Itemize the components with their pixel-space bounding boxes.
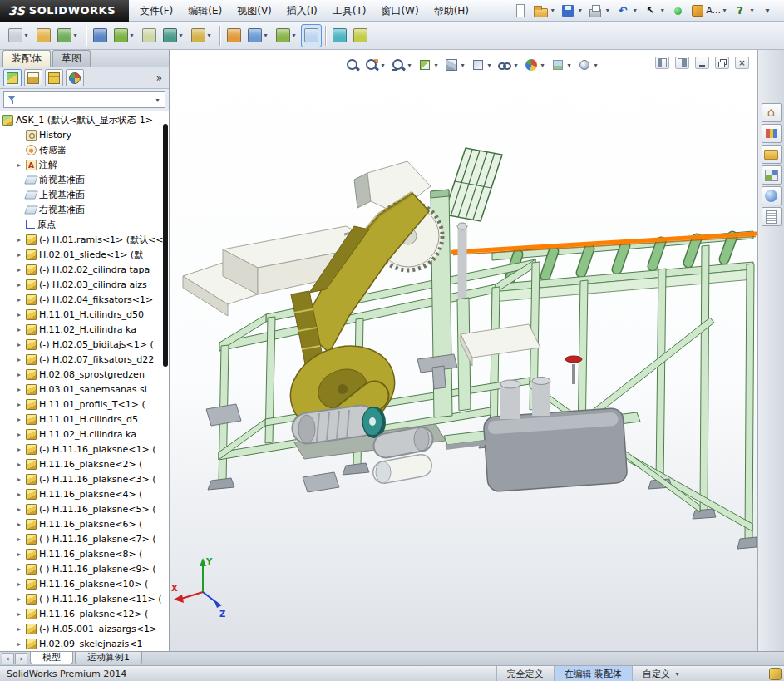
expand-arrow-icon[interactable] (15, 236, 23, 244)
tree-filter[interactable] (3, 91, 165, 108)
tree-item[interactable]: (-) H.11.16_plaksne<9> ( (0, 561, 169, 576)
menu-item[interactable]: 插入(I) (279, 0, 325, 22)
chevron-down-icon[interactable] (177, 32, 185, 39)
qat-open[interactable] (531, 2, 558, 20)
command-tab[interactable]: 草图 (52, 50, 91, 67)
qat-new-document[interactable] (511, 2, 530, 20)
tree-item[interactable]: H.11.01_profils_T<1> ( (0, 397, 169, 412)
tree-item[interactable]: H.11.16_plaksne<2> ( (0, 456, 169, 471)
chevron-down-icon[interactable] (128, 32, 136, 39)
cmd-bill-of-materials[interactable] (244, 24, 273, 47)
qat-undo[interactable]: ↶ (614, 2, 640, 20)
chevron-down-icon[interactable] (432, 62, 440, 69)
tree-item[interactable]: (-) H.02.05_biditajs<1> ( (0, 337, 169, 352)
tree-item[interactable]: (-) H.02.03_cilindra aizs (0, 277, 169, 292)
hud-view-orientation[interactable] (443, 57, 467, 73)
cmd-smart-fasteners[interactable] (90, 24, 111, 47)
expand-arrow-icon[interactable] (15, 356, 23, 363)
tree-item[interactable]: H.11.16_plaksne<8> ( (0, 546, 169, 561)
taskpane-design-library[interactable] (762, 124, 782, 143)
qat-save[interactable] (559, 2, 585, 20)
chevron-down-icon[interactable] (565, 62, 573, 69)
menu-item[interactable]: 窗口(W) (373, 0, 426, 22)
tabnav-scroll-last[interactable]: › (15, 653, 27, 664)
model-motor-unit[interactable] (294, 407, 446, 459)
hud-hide-show-items[interactable] (496, 57, 520, 73)
tree-item[interactable]: H.11.02_H.cilindra ka (0, 427, 169, 442)
expand-arrow-icon[interactable] (15, 535, 23, 543)
chevron-down-icon[interactable] (631, 7, 639, 14)
expand-arrow-icon[interactable] (15, 476, 23, 483)
tree-scrollbar-thumb[interactable] (163, 124, 168, 367)
status-cell[interactable]: 自定义 (632, 666, 691, 681)
model-cylinder-part[interactable] (376, 461, 421, 483)
chevron-down-icon[interactable] (205, 32, 213, 39)
cmd-move-component[interactable] (111, 24, 139, 47)
tree-item[interactable]: (-) H.01.ramis<1> (默认<< (0, 232, 169, 247)
expand-arrow-icon[interactable] (15, 625, 23, 633)
hud-view-settings[interactable] (576, 57, 600, 73)
qat-help[interactable]: ? (731, 2, 757, 20)
win-close[interactable] (735, 57, 749, 69)
tree-item[interactable]: H.11.02_H.cilindra ka (0, 322, 169, 337)
tree-item[interactable]: (-) H.11.16_plaksne<7> ( (0, 531, 169, 546)
tree-item[interactable]: H.11.16_plaksne<12> ( (0, 606, 169, 621)
expand-arrow-icon[interactable] (15, 506, 23, 513)
chevron-down-icon[interactable] (576, 7, 584, 14)
hud-zoom-area[interactable] (363, 57, 387, 73)
status-cell[interactable]: 在编辑 装配体 (554, 666, 633, 681)
menu-item[interactable]: 编辑(E) (180, 0, 229, 22)
panel-tabs-overflow[interactable]: » (153, 72, 165, 84)
expand-arrow-icon[interactable] (15, 521, 23, 528)
tree-item[interactable]: 右视基准面 (0, 202, 169, 217)
win-restore[interactable] (715, 57, 729, 69)
tree-item[interactable]: (-) H.02.04_fiksators<1> (0, 292, 169, 307)
qat-options[interactable]: A... (688, 2, 730, 20)
tree-item[interactable]: 前视基准面 (0, 172, 169, 187)
tree-item[interactable]: 上视基准面 (0, 187, 169, 202)
expand-arrow-icon[interactable] (15, 281, 23, 289)
tree-item[interactable]: H.02.01_sliede<1> (默 (0, 247, 169, 262)
chevron-down-icon[interactable] (379, 62, 387, 69)
cmd-new-motion-study[interactable] (224, 24, 244, 47)
tree-item[interactable]: H.11.16_plaksne<10> ( (0, 576, 169, 591)
chevron-down-icon[interactable] (459, 62, 466, 69)
document-tab[interactable]: 模型 (30, 652, 73, 664)
tree-item[interactable]: H.11.01_H.cilindrs_d5 (0, 412, 169, 427)
taskpane-appearances-scenes[interactable] (762, 186, 782, 205)
model-hydraulic-tank[interactable] (444, 356, 640, 492)
cmd-linear-component-pattern[interactable] (54, 24, 82, 47)
hud-apply-scene[interactable] (550, 57, 574, 73)
expand-arrow-icon[interactable] (15, 386, 23, 393)
win-minimize[interactable] (695, 57, 709, 69)
hud-edit-appearance[interactable] (523, 57, 547, 73)
qat-print[interactable] (586, 2, 613, 20)
tree-item[interactable]: 传感器 (0, 142, 169, 157)
expand-arrow-icon[interactable] (15, 311, 23, 318)
taskpane-solidworks-resources[interactable] (762, 103, 782, 122)
tree-item[interactable]: H.11.16_plaksne<4> ( (0, 486, 169, 501)
model-scene[interactable]: Y X Z (170, 50, 757, 651)
chevron-down-icon[interactable] (748, 7, 756, 14)
hud-zoom-fit[interactable] (344, 57, 361, 73)
chevron-down-icon[interactable] (658, 7, 666, 14)
panel-tab-configurationmanager[interactable] (45, 69, 63, 86)
tree-item[interactable]: H.11.01_H.cilindrs_d50 (0, 307, 169, 322)
expand-arrow-icon[interactable] (15, 595, 23, 603)
hud-section-view[interactable] (417, 57, 441, 73)
panel-tab-featuremanager[interactable] (3, 69, 22, 86)
cmd-instant3d[interactable] (301, 24, 322, 47)
cmd-show-hidden-components[interactable] (139, 24, 160, 47)
expand-arrow-icon[interactable] (15, 326, 23, 333)
expand-arrow-icon[interactable] (15, 610, 23, 618)
tree-item[interactable]: H.02.09_skelejnazis<1 (0, 636, 169, 651)
cmd-assembly-features[interactable] (160, 24, 188, 47)
tree-item[interactable]: (-) H.11.16_plaksne<3> ( (0, 471, 169, 486)
qat-rebuild[interactable] (668, 2, 688, 20)
model-receiving-plate[interactable] (461, 324, 540, 366)
expand-arrow-icon[interactable] (15, 461, 23, 468)
win-dock-right[interactable] (675, 57, 689, 69)
tree-item[interactable]: (-) H.11.16_plaksne<11> ( (0, 591, 169, 606)
tree-item[interactable]: (-) H.05.001_aizsargs<1> (0, 621, 169, 636)
hud-display-style[interactable] (470, 57, 494, 73)
